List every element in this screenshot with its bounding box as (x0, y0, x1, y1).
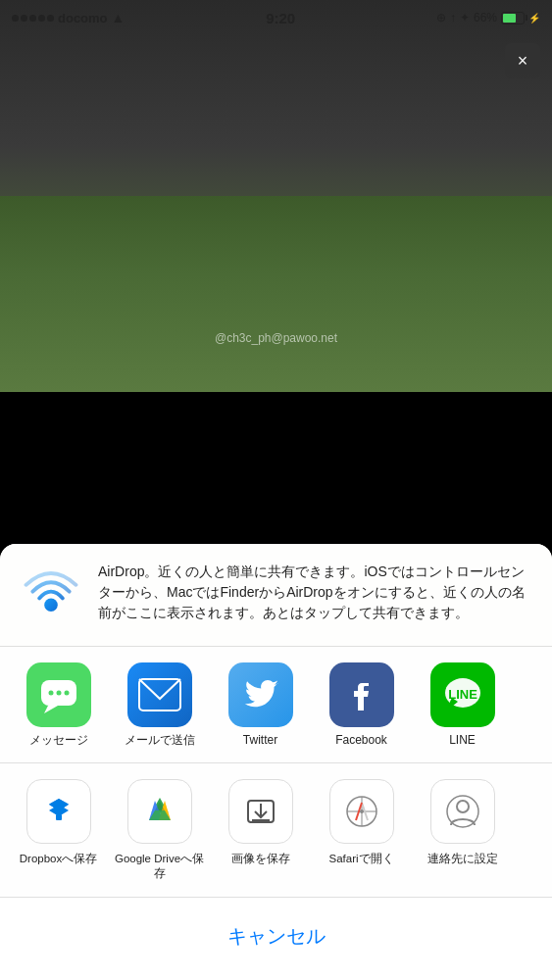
contact-label: 連絡先に設定 (427, 852, 498, 866)
twitter-icon (228, 662, 293, 727)
wifi-icon: ▲ (112, 10, 125, 25)
cancel-section: キャンセル (0, 898, 552, 980)
savephoto-label: 画像を保存 (231, 852, 290, 866)
airdrop-icon (18, 562, 84, 628)
battery-icon (501, 12, 525, 24)
action-item-safari[interactable]: Safariで開く (311, 779, 412, 881)
contact-icon (430, 779, 495, 844)
battery-percent: 66% (474, 11, 497, 24)
svg-point-5 (64, 690, 69, 695)
svg-text:LINE: LINE (448, 687, 477, 702)
facebook-label: Facebook (335, 733, 387, 747)
action-item-savephoto[interactable]: 画像を保存 (210, 779, 311, 881)
action-item-googledrive[interactable]: Google Driveへ保存 (109, 779, 210, 881)
close-icon: × (518, 51, 528, 72)
safari-icon (329, 779, 394, 844)
line-icon: LINE (430, 662, 495, 727)
apps-section: メッセージ メールで送信 Twitter (0, 647, 552, 763)
airdrop-section: AirDrop。近くの人と簡単に共有できます。iOSではコントロールセンターから… (0, 544, 552, 647)
watermark: @ch3c_ph@pawoo.net (215, 331, 337, 345)
app-item-facebook[interactable]: Facebook (311, 662, 412, 747)
svg-point-3 (48, 690, 53, 695)
svg-point-4 (56, 690, 61, 695)
svg-point-0 (44, 598, 58, 612)
location-icon: ⊕ (436, 11, 446, 24)
charging-icon: ⚡ (528, 13, 540, 24)
cancel-button[interactable]: キャンセル (14, 909, 538, 962)
actions-row: Dropboxへ保存 (8, 779, 544, 881)
app-item-twitter[interactable]: Twitter (210, 662, 311, 747)
svg-point-26 (457, 801, 469, 812)
app-item-mail[interactable]: メールで送信 (109, 662, 210, 747)
savephoto-icon (228, 779, 293, 844)
action-item-contact[interactable]: 連絡先に設定 (412, 779, 513, 881)
bluetooth-icon: ✦ (460, 11, 470, 24)
line-label: LINE (449, 733, 476, 747)
dropbox-label: Dropboxへ保存 (20, 852, 97, 866)
status-bar: docomo ▲ 9:20 ⊕ ↑ ✦ 66% ⚡ (0, 0, 552, 35)
background-plant (0, 196, 552, 392)
dropbox-icon (26, 779, 91, 844)
apps-row: メッセージ メールで送信 Twitter (8, 662, 544, 747)
facebook-icon (329, 662, 394, 727)
close-button[interactable]: × (505, 43, 540, 78)
app-item-messages[interactable]: メッセージ (8, 662, 109, 747)
actions-section: Dropboxへ保存 (0, 763, 552, 898)
googledrive-label: Google Driveへ保存 (109, 852, 210, 881)
svg-rect-11 (56, 814, 62, 820)
googledrive-icon (127, 779, 192, 844)
action-item-dropbox[interactable]: Dropboxへ保存 (8, 779, 109, 881)
safari-label: Safariで開く (328, 852, 393, 866)
svg-point-24 (360, 809, 364, 813)
twitter-label: Twitter (243, 733, 277, 747)
messages-label: メッセージ (29, 733, 88, 747)
arrow-icon: ↑ (450, 11, 456, 24)
carrier-signal: docomo ▲ (12, 10, 125, 25)
messages-icon (26, 662, 91, 727)
share-sheet: AirDrop。近くの人と簡単に共有できます。iOSではコントロールセンターから… (0, 544, 552, 980)
mail-icon (127, 662, 192, 727)
app-item-line[interactable]: LINE LINE (412, 662, 513, 747)
carrier-name: docomo (58, 11, 108, 25)
svg-marker-2 (44, 706, 58, 713)
status-time: 9:20 (266, 10, 295, 26)
airdrop-description: AirDrop。近くの人と簡単に共有できます。iOSではコントロールセンターから… (98, 562, 534, 623)
status-right-group: ⊕ ↑ ✦ 66% ⚡ (436, 11, 540, 24)
mail-label: メールで送信 (125, 733, 195, 747)
